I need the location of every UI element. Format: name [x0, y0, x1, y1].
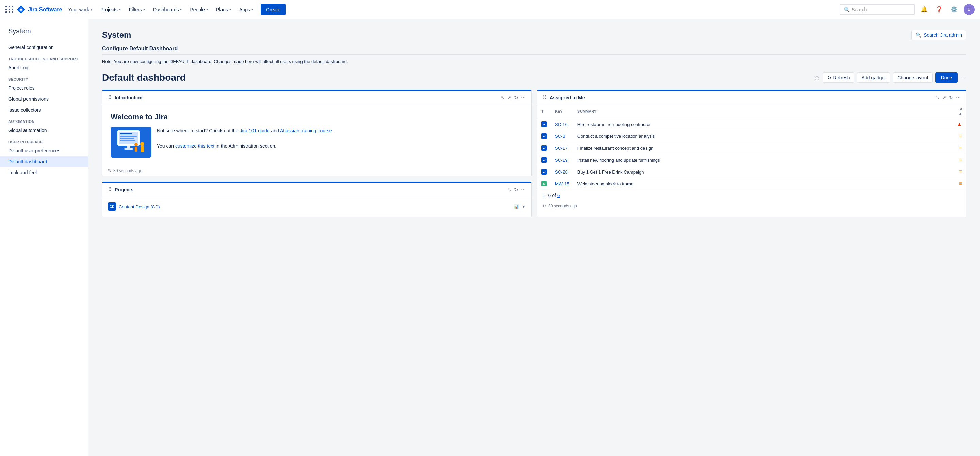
- row-priority: ▲: [953, 118, 966, 130]
- note-text: Note: You are now configuring the DEFAUL…: [102, 59, 966, 64]
- search-jira-admin-button[interactable]: 🔍 Search Jira admin: [911, 30, 966, 40]
- collapse-icon[interactable]: ⤡: [508, 187, 511, 192]
- more-gadget-icon[interactable]: ⋯: [956, 95, 961, 100]
- collapse-icon[interactable]: ⤡: [501, 95, 504, 100]
- drag-handle-icon[interactable]: ⠿: [543, 94, 547, 101]
- expand-icon[interactable]: ⤢: [508, 95, 511, 100]
- projects-gadget-title: Projects: [115, 187, 508, 192]
- sort-arrow-icon: ▲: [959, 111, 962, 115]
- row-priority: ≡: [953, 178, 966, 190]
- col-type: T: [537, 105, 551, 118]
- story-icon: S: [541, 181, 547, 186]
- introduction-body: Welcome to Jira: [102, 105, 531, 166]
- table-row: SC-8 Conduct a competitive location anal…: [537, 130, 966, 142]
- table-header-row: T Key Summary P ▲: [537, 105, 966, 118]
- row-key: MW-15: [551, 178, 573, 190]
- avatar[interactable]: U: [964, 4, 975, 15]
- star-button[interactable]: ☆: [814, 73, 820, 82]
- done-button[interactable]: Done: [935, 73, 958, 83]
- priority-medium-icon: ≡: [959, 169, 962, 175]
- table-row: SC-19 Install new flooring and update fu…: [537, 154, 966, 166]
- task-icon: [541, 169, 547, 175]
- customize-text-link[interactable]: customize this text: [175, 143, 215, 149]
- chart-icon[interactable]: 📊: [514, 204, 519, 209]
- svg-point-11: [134, 143, 138, 146]
- notifications-button[interactable]: 🔔: [919, 4, 930, 15]
- refresh-gadget-icon[interactable]: ↻: [514, 95, 518, 100]
- col-summary: Summary: [573, 105, 953, 118]
- add-gadget-button[interactable]: Add gadget: [857, 73, 891, 83]
- jira-101-link[interactable]: Jira 101 guide: [240, 128, 270, 133]
- dashboard-title: Default dashboard: [102, 72, 186, 83]
- nav-your-work[interactable]: Your work ▾: [65, 5, 95, 14]
- project-icon: CD: [108, 202, 116, 211]
- sidebar-item-global-automation[interactable]: Global automation: [0, 125, 88, 136]
- nav-plans[interactable]: Plans ▾: [213, 5, 234, 14]
- assigned-gadget-footer: ↻ 30 seconds ago: [537, 201, 966, 211]
- introduction-gadget: ⠿ Introduction ⤡ ⤢ ↻ ⋯ Welcome to Jira: [102, 90, 531, 176]
- refresh-gadget-icon[interactable]: ↻: [949, 95, 953, 100]
- sidebar-title: System: [0, 27, 88, 42]
- nav-dashboards[interactable]: Dashboards ▾: [150, 5, 185, 14]
- gadget-header-introduction: ⠿ Introduction ⤡ ⤢ ↻ ⋯: [102, 91, 531, 105]
- task-icon: [541, 157, 547, 163]
- help-button[interactable]: ❓: [934, 4, 945, 15]
- nav-apps[interactable]: Apps ▾: [236, 5, 256, 14]
- search-box[interactable]: 🔍: [840, 4, 915, 15]
- gadget-header-assigned: ⠿ Assigned to Me ⤡ ⤢ ↻ ⋯: [537, 91, 966, 105]
- pagination-link[interactable]: 6: [557, 192, 560, 198]
- sidebar-item-global-permissions[interactable]: Global permissions: [0, 94, 88, 105]
- search-input[interactable]: [852, 7, 911, 12]
- nav-projects[interactable]: Projects ▾: [97, 5, 124, 14]
- create-button[interactable]: Create: [261, 4, 286, 15]
- topnav: Jira Software Your work ▾ Projects ▾ Fil…: [0, 0, 980, 19]
- more-gadget-icon[interactable]: ⋯: [521, 95, 526, 100]
- refresh-gadget-icon[interactable]: ↻: [514, 187, 518, 192]
- priority-medium-icon: ≡: [959, 181, 962, 186]
- logo[interactable]: Jira Software: [16, 5, 62, 14]
- configure-section-title: Configure Default Dashboard: [102, 46, 966, 52]
- atlassian-training-link[interactable]: Atlassian training course: [280, 128, 332, 133]
- sidebar-item-default-user-preferences[interactable]: Default user preferences: [0, 145, 88, 156]
- sidebar-section-automation: AUTOMATION: [0, 115, 88, 125]
- assigned-gadget-title: Assigned to Me: [550, 95, 935, 100]
- search-icon: 🔍: [844, 7, 850, 12]
- collapse-icon[interactable]: ⤡: [935, 95, 940, 100]
- nav-filters[interactable]: Filters ▾: [126, 5, 148, 14]
- change-layout-button[interactable]: Change layout: [893, 73, 932, 83]
- settings-button[interactable]: ⚙️: [949, 4, 959, 15]
- sidebar-item-look-and-feel[interactable]: Look and feel: [0, 167, 88, 178]
- refresh-button[interactable]: ↻ Refresh: [823, 73, 854, 83]
- divider: [102, 54, 966, 55]
- nav-people[interactable]: People ▾: [186, 5, 211, 14]
- row-priority: ≡: [953, 154, 966, 166]
- projects-body: CD Content Design (CD) 📊 ▼: [102, 196, 531, 217]
- sidebar-item-audit-log[interactable]: Audit Log: [0, 62, 88, 73]
- row-summary: Buy 1 Get 1 Free Drink Campaign: [573, 166, 953, 178]
- main-content: System 🔍 Search Jira admin Configure Def…: [89, 19, 980, 456]
- row-type: S: [537, 178, 551, 190]
- project-name[interactable]: Content Design (CD): [119, 204, 160, 209]
- task-icon: [541, 133, 547, 139]
- gadget-actions-projects: ⤡ ↻ ⋯: [508, 187, 526, 192]
- filter-icon[interactable]: ▼: [522, 204, 526, 209]
- table-row: SC-28 Buy 1 Get 1 Free Drink Campaign ≡: [537, 166, 966, 178]
- row-summary: Conduct a competitive location analysis: [573, 130, 953, 142]
- sidebar-item-project-roles[interactable]: Project roles: [0, 83, 88, 94]
- row-key: SC-19: [551, 154, 573, 166]
- assigned-to-me-gadget: ⠿ Assigned to Me ⤡ ⤢ ↻ ⋯ T Key Summa: [537, 90, 966, 218]
- expand-icon[interactable]: ⤢: [942, 95, 946, 100]
- chevron-down-icon: ▾: [91, 8, 92, 11]
- row-summary: Install new flooring and update furnishi…: [573, 154, 953, 166]
- logo-text: Jira Software: [28, 6, 62, 13]
- drag-handle-icon[interactable]: ⠿: [108, 94, 112, 101]
- sidebar-item-issue-collectors[interactable]: Issue collectors: [0, 105, 88, 115]
- welcome-heading: Welcome to Jira: [111, 113, 523, 121]
- more-gadget-icon[interactable]: ⋯: [521, 187, 526, 192]
- sidebar-item-default-dashboard[interactable]: Default dashboard: [0, 156, 88, 167]
- drag-handle-icon[interactable]: ⠿: [108, 186, 112, 192]
- more-options-button[interactable]: ⋯: [960, 74, 966, 81]
- row-summary: Hire restaurant remodeling contractor: [573, 118, 953, 130]
- sidebar-item-general-configuration[interactable]: General configuration: [0, 42, 88, 53]
- grid-icon[interactable]: [5, 5, 14, 14]
